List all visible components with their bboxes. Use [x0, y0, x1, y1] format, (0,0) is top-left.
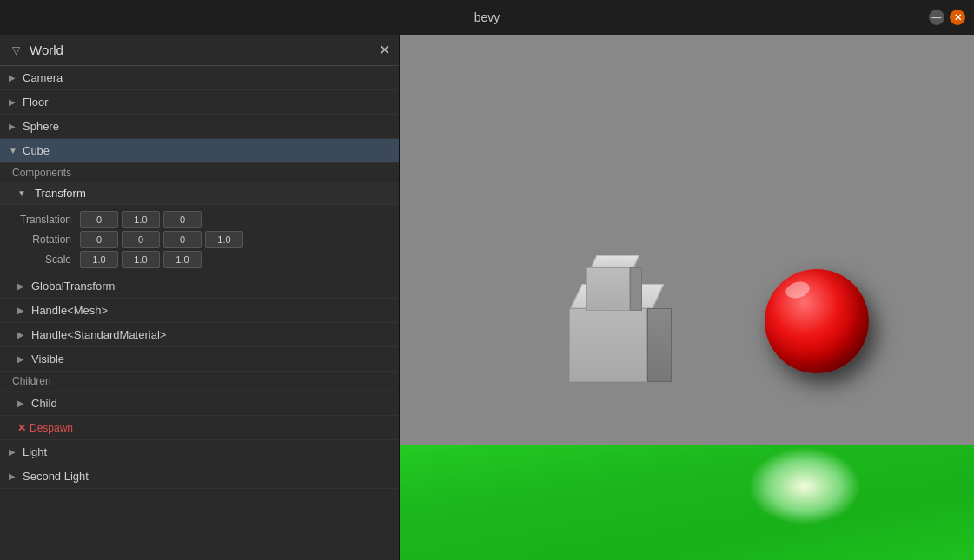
rotation-w[interactable]: [205, 231, 243, 248]
camera-label: Camera: [21, 71, 63, 84]
small-cube-top: [591, 255, 640, 267]
cube-label: Cube: [21, 144, 50, 157]
tree-item-camera[interactable]: ▶ Camera: [0, 66, 399, 90]
panel-title: World: [30, 43, 63, 57]
arrow-icon: ▶: [17, 354, 30, 364]
panel-header: ▽ World ✕: [0, 35, 399, 66]
arrow-icon: ▶: [17, 399, 30, 408]
child-label: Child: [30, 397, 57, 410]
scale-x[interactable]: [80, 251, 118, 268]
app-title: bevy: [474, 10, 500, 24]
main-area: ▽ World ✕ ▶ Camera ▶ Floor ▶ Sphere: [0, 35, 974, 560]
panel-close-button[interactable]: ✕: [379, 43, 390, 57]
transform-body: Translation Rotation Scale: [0, 205, 399, 274]
global-transform-row[interactable]: ▶ GlobalTransform: [0, 274, 399, 299]
small-cube-right: [630, 267, 642, 311]
translation-label: Translation: [17, 214, 76, 226]
x-icon: ✕: [17, 422, 26, 434]
despawn-label: Despawn: [30, 422, 73, 434]
light-label: Light: [21, 445, 47, 458]
panel-icon: ▽: [9, 43, 23, 57]
arrow-icon: ▶: [17, 281, 30, 291]
arrow-icon: ▶: [9, 73, 21, 82]
small-cube-front: [586, 267, 630, 311]
visible-label: Visible: [30, 352, 64, 366]
arrow-icon: ▶: [9, 97, 21, 107]
titlebar: bevy — ✕: [0, 0, 974, 35]
scale-z[interactable]: [163, 251, 202, 268]
child-row[interactable]: ▶ Child: [0, 392, 399, 416]
arrow-icon: ▶: [9, 122, 21, 131]
arrow-icon: ▶: [17, 306, 30, 315]
rotation-x[interactable]: [80, 231, 118, 248]
arrow-icon: ▶: [9, 471, 21, 481]
minimize-button[interactable]: —: [929, 10, 944, 25]
second-light-label: Second Light: [21, 470, 89, 483]
floor-plane: [400, 445, 974, 560]
viewport[interactable]: [400, 35, 974, 560]
scale-row: Scale: [17, 251, 399, 268]
tree-item-cube[interactable]: ▼ Cube: [0, 139, 399, 163]
sphere-object: [765, 269, 869, 373]
rotation-row: Rotation: [17, 231, 399, 248]
transform-label: Transform: [35, 187, 86, 200]
translation-y[interactable]: [122, 211, 160, 228]
arrow-down-icon: ▼: [9, 146, 21, 155]
tree-item-light[interactable]: ▶ Light: [0, 440, 399, 464]
handle-material-row[interactable]: ▶ Handle<StandardMaterial>: [0, 323, 399, 347]
sphere-highlight: [784, 280, 812, 301]
tree-item-second-light[interactable]: ▶ Second Light: [0, 464, 399, 489]
world-panel: ▽ World ✕ ▶ Camera ▶ Floor ▶ Sphere: [0, 35, 400, 560]
panel-header-left: ▽ World: [9, 43, 63, 57]
rotation-z[interactable]: [163, 231, 202, 248]
handle-mesh-row[interactable]: ▶ Handle<Mesh>: [0, 299, 399, 323]
sphere-label: Sphere: [21, 120, 59, 133]
scale-label: Scale: [17, 254, 76, 266]
translation-x[interactable]: [80, 211, 118, 228]
arrow-icon: ▶: [17, 330, 30, 339]
cube-front: [569, 308, 647, 382]
global-transform-label: GlobalTransform: [30, 280, 115, 293]
transform-arrow: ▼: [17, 188, 30, 198]
handle-material-label: Handle<StandardMaterial>: [30, 328, 166, 341]
rotation-label: Rotation: [17, 234, 76, 246]
scale-y[interactable]: [122, 251, 160, 268]
window-controls: — ✕: [929, 10, 965, 25]
cube-right: [647, 308, 672, 382]
arrow-icon: ▶: [9, 447, 21, 457]
floor-label: Floor: [21, 96, 49, 109]
rotation-y[interactable]: [122, 231, 160, 248]
translation-row: Translation: [17, 211, 399, 228]
tree-item-floor[interactable]: ▶ Floor: [0, 90, 399, 115]
children-section-label: Children: [0, 372, 399, 392]
despawn-button[interactable]: ✕ Despawn: [17, 422, 73, 434]
3d-scene: [400, 35, 974, 560]
close-button[interactable]: ✕: [950, 10, 965, 25]
visible-row[interactable]: ▶ Visible: [0, 347, 399, 372]
components-section-label: Components: [0, 163, 399, 182]
despawn-row: ✕ Despawn: [0, 416, 399, 440]
tree-item-sphere[interactable]: ▶ Sphere: [0, 115, 399, 139]
translation-z[interactable]: [163, 211, 202, 228]
handle-mesh-label: Handle<Mesh>: [30, 304, 108, 317]
panel-tree: ▶ Camera ▶ Floor ▶ Sphere ▼ Cube Compone…: [0, 66, 399, 560]
transform-header[interactable]: ▼ Transform: [0, 182, 399, 205]
